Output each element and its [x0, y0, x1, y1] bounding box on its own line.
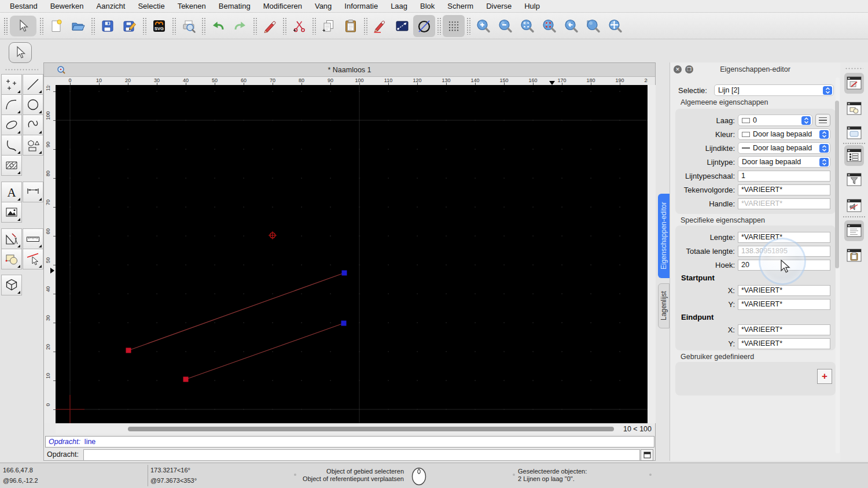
dock-toggle-clipboard-viewer[interactable]	[844, 245, 864, 266]
menu-aanzicht[interactable]: Aanzicht	[90, 0, 132, 13]
tool-spline[interactable]	[23, 114, 43, 135]
vertical-scrollbar[interactable]	[648, 85, 656, 423]
svg-export-button[interactable]: SVG	[148, 15, 170, 37]
flyout-indicator	[17, 110, 20, 113]
property-input[interactable]: *VARIEERT*	[738, 338, 830, 349]
property-input[interactable]: 1	[738, 171, 830, 182]
zoom-out-button[interactable]	[494, 15, 516, 37]
flyout-indicator	[17, 131, 20, 134]
horizontal-scrollbar-thumb[interactable]	[128, 427, 614, 431]
restrict-off-button[interactable]	[413, 15, 435, 37]
copy-button[interactable]	[318, 15, 340, 37]
tool-text[interactable]: A	[1, 182, 22, 202]
property-input[interactable]: *VARIEERT*	[738, 299, 830, 310]
horizontal-scrollbar[interactable]	[56, 424, 648, 434]
menu-diverse[interactable]: Diverse	[480, 0, 518, 13]
dock-toggle-property-editor[interactable]	[844, 73, 864, 94]
palette-drag-handle[interactable]	[5, 68, 38, 72]
stepper-icon[interactable]	[823, 86, 832, 95]
snap-restriction-button[interactable]	[391, 15, 413, 37]
tool-polyline[interactable]	[1, 135, 22, 156]
drawing-canvas[interactable]	[56, 85, 648, 423]
command-input[interactable]	[83, 449, 640, 461]
zoom-pan-button[interactable]	[604, 15, 626, 37]
selection-pointer-button[interactable]	[10, 16, 36, 36]
tool-drafting-tools[interactable]	[1, 228, 22, 249]
open-document-button[interactable]	[67, 15, 89, 37]
undo-button[interactable]	[207, 15, 229, 37]
menu-blok[interactable]: Blok	[414, 0, 441, 13]
dock-toggle-layer-list[interactable]	[844, 145, 864, 166]
redo-button[interactable]	[229, 15, 251, 37]
tool-points[interactable]	[1, 74, 22, 95]
selection-dropdown[interactable]: Lijn [2]	[714, 84, 834, 96]
zoom-in-button[interactable]	[472, 15, 494, 37]
zoom-in-icon	[476, 19, 491, 34]
property-input[interactable]: *VARIEERT*	[738, 324, 830, 335]
command-options-button[interactable]	[641, 449, 653, 461]
dock-toggle-library-browser[interactable]	[844, 123, 864, 143]
menu-bestand[interactable]: Bestand	[3, 0, 44, 13]
dock-drag-handle[interactable]	[845, 67, 863, 71]
property-input[interactable]: *VARIEERT*	[738, 285, 830, 296]
tool-polygon-shapes[interactable]	[23, 135, 43, 156]
cut-button[interactable]	[288, 15, 310, 37]
tool-line[interactable]	[23, 74, 43, 95]
menu-bewerken[interactable]: Bewerken	[44, 0, 90, 13]
toolbar-drag-handle[interactable]	[3, 17, 8, 35]
menu-selectie[interactable]: Selectie	[131, 0, 171, 13]
zoom-previous-button[interactable]	[560, 15, 582, 37]
menu-laag[interactable]: Laag	[384, 0, 414, 13]
paste-button[interactable]	[340, 15, 362, 37]
menu-scherm[interactable]: Scherm	[441, 0, 480, 13]
dock-toggle-selection-filter[interactable]	[844, 169, 864, 190]
zoom-selection-button[interactable]	[538, 15, 560, 37]
tool-arc[interactable]	[1, 94, 22, 115]
dock-toggle-block-list[interactable]	[844, 98, 864, 119]
print-preview-button[interactable]	[178, 15, 200, 37]
stepper-icon[interactable]	[819, 158, 829, 167]
property-input[interactable]: *VARIEERT*	[738, 198, 830, 209]
panel-scrollbar[interactable]	[836, 77, 840, 453]
dock-toggle-cam-export[interactable]	[844, 195, 864, 216]
property-dropdown[interactable]: Door laag bepaald	[738, 156, 830, 168]
stepper-icon[interactable]	[819, 130, 829, 139]
tool-measure[interactable]	[23, 228, 43, 249]
tool-modify-attach[interactable]	[23, 249, 43, 269]
stepper-icon[interactable]	[819, 144, 829, 153]
selection-label: Selectie:	[678, 86, 707, 95]
menu-informatie[interactable]: Informatie	[338, 0, 384, 13]
property-dropdown[interactable]: Door laag bepaald	[738, 128, 830, 140]
tool-ellipse[interactable]	[1, 114, 22, 135]
tool-hatch[interactable]	[1, 155, 22, 176]
menu-bemating[interactable]: Bemating	[212, 0, 257, 13]
tool-circle[interactable]	[23, 94, 43, 115]
draw-pencil-button[interactable]	[369, 15, 391, 37]
tab-lagenlijst[interactable]: Lagenlijst	[658, 283, 670, 328]
add-property-button[interactable]: +	[817, 369, 832, 384]
delete-button[interactable]	[259, 15, 281, 37]
property-dropdown[interactable]: 0	[738, 114, 812, 126]
tab-eigenschappen-editor[interactable]: Eigenschappen-editor	[658, 194, 670, 278]
tool-boolean-shapes[interactable]	[1, 249, 22, 269]
menu-vang[interactable]: Vang	[308, 0, 338, 13]
stepper-icon[interactable]	[801, 116, 811, 125]
save-as-button[interactable]	[119, 15, 141, 37]
save-button[interactable]	[97, 15, 119, 37]
tool-dimension[interactable]	[23, 182, 43, 202]
zoom-window-button[interactable]	[582, 15, 604, 37]
menu-hulp[interactable]: Hulp	[518, 0, 546, 13]
zoom-auto-button[interactable]	[516, 15, 538, 37]
property-input[interactable]: *VARIEERT*	[738, 184, 830, 195]
drawing-window-titlebar[interactable]: * Naamloos 1	[44, 63, 655, 77]
new-document-button[interactable]	[45, 15, 67, 37]
selection-tool-button[interactable]	[9, 42, 32, 63]
dock-toggle-command-line[interactable]	[844, 220, 864, 241]
menu-tekenen[interactable]: Tekenen	[171, 0, 212, 13]
menu-modificeren[interactable]: Modificeren	[257, 0, 308, 13]
layer-menu-button[interactable]	[815, 114, 830, 127]
grid-toggle-button[interactable]	[443, 15, 465, 37]
property-dropdown[interactable]: Door laag bepaald	[738, 142, 830, 154]
tool-image[interactable]	[1, 202, 22, 223]
tool-solid-3d[interactable]	[1, 275, 22, 295]
